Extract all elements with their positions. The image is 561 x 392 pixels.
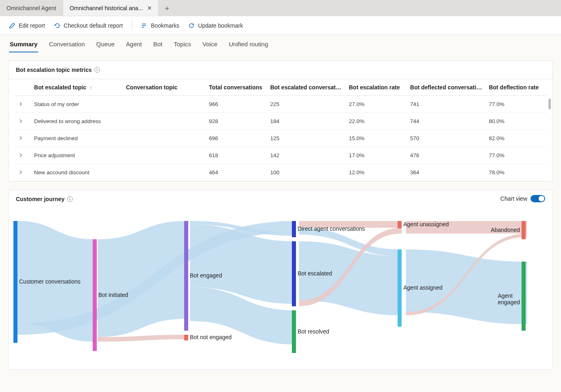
chart-view-toggle: Chart view [500, 195, 545, 202]
cell-deflected: 570 [407, 130, 486, 147]
sankey-node-abandoned[interactable]: Abandoned [522, 221, 526, 239]
sankey-node-bot_initiated[interactable]: Bot initiated [93, 239, 97, 351]
info-icon[interactable]: i [67, 196, 73, 202]
cell-conv [123, 147, 206, 164]
sankey-node-agent_engaged[interactable]: Agent engaged [522, 262, 526, 331]
chevron-right-icon[interactable] [17, 118, 24, 124]
cell-escalated: 100 [267, 164, 346, 181]
cell-deflected: 744 [407, 113, 486, 130]
report-nav: Summary Conversation Queue Agent Bot Top… [0, 35, 561, 52]
sankey-node-label: Bot initiated [98, 292, 128, 298]
bookmarks-label: Bookmarks [151, 22, 179, 29]
chevron-right-icon[interactable] [17, 101, 24, 107]
tab-agent[interactable]: Agent [125, 41, 143, 52]
sankey-node-customer[interactable]: Customer conversations [13, 221, 17, 343]
info-icon[interactable]: i [94, 67, 100, 73]
cell-topic: Status of my order [31, 96, 123, 113]
sankey-node-bot_escalated[interactable]: Bot escalated [292, 241, 296, 306]
cell-escalation-rate: 15.0% [346, 130, 407, 147]
refresh-icon [54, 22, 61, 29]
bookmarks-button[interactable]: Bookmarks [141, 22, 179, 29]
metrics-table: Bot escalated topic ↑ Conversation topic… [14, 79, 547, 181]
sankey-node-label: Agent engaged [498, 292, 520, 305]
col-deflection-rate[interactable]: Bot deflection rate [485, 79, 547, 96]
chevron-right-icon[interactable] [17, 169, 24, 175]
window-tab[interactable]: Omnichannel Agent [0, 0, 63, 16]
sankey-node-agent_assigned[interactable]: Agent assigned [398, 249, 402, 327]
window-tab-label: Omnichannel Agent [7, 5, 56, 11]
new-tab-button[interactable]: ＋ [159, 0, 175, 16]
chevron-right-icon[interactable] [17, 135, 24, 141]
col-escalated[interactable]: Bot escalated conversations [267, 79, 346, 96]
cell-topic: Payment declined [31, 130, 123, 147]
toolbar: Edit report Checkout default report Book… [0, 16, 561, 35]
sankey-node-bot_not_engaged[interactable]: Bot not engaged [184, 335, 188, 340]
tab-summary[interactable]: Summary [9, 41, 38, 52]
tab-topics[interactable]: Topics [173, 41, 192, 52]
cell-escalated: 225 [267, 96, 346, 113]
table-row: Payment declined69612515.0%57082.0% [14, 130, 547, 147]
checkout-report-button[interactable]: Checkout default report [54, 22, 123, 29]
sankey-node-bot_resolved[interactable]: Bot resolved [292, 310, 296, 353]
edit-report-label: Edit report [19, 22, 45, 29]
sankey-node-label: Bot escalated [298, 270, 332, 277]
cell-total: 966 [206, 96, 267, 113]
tab-bot[interactable]: Bot [152, 41, 163, 52]
table-row: Delivered to wrong address92818422.0%744… [14, 113, 547, 130]
sankey-node-bar [184, 335, 188, 340]
sankey-node-direct_agent[interactable]: Direct agent conversations [292, 221, 296, 237]
close-icon[interactable]: ✕ [147, 5, 152, 11]
cell-deflection-rate: 77.0% [485, 147, 547, 164]
col-bot-escalated-topic[interactable]: Bot escalated topic ↑ [31, 79, 123, 96]
sankey-node-bot_engaged[interactable]: Bot engaged [184, 221, 188, 331]
sort-asc-icon: ↑ [89, 85, 92, 91]
table-row: Status of my order96622527.0%74177.0% [14, 96, 547, 113]
window-tab-active[interactable]: Omnichannel historical ana... ✕ [63, 0, 159, 16]
edit-report-button[interactable]: Edit report [9, 22, 45, 29]
window-tab-label: Omnichannel historical ana... [70, 5, 143, 11]
col-escalation-rate[interactable]: Bot escalation rate [346, 79, 407, 96]
sankey-node-bar [292, 221, 296, 237]
checkout-report-label: Checkout default report [64, 22, 123, 29]
update-bookmark-button[interactable]: Update bookmark [188, 22, 243, 29]
sankey-node-bar [292, 310, 296, 353]
report-content: Bot escalation topic metrics i Bot escal… [0, 52, 561, 386]
sankey-node-label: Agent assigned [403, 284, 443, 291]
sankey-node-label: Abandoned [491, 227, 520, 233]
cell-deflected: 476 [407, 147, 486, 164]
metrics-panel-header: Bot escalation topic metrics i [9, 61, 552, 79]
edit-icon [9, 22, 15, 29]
col-conversation-topic[interactable]: Conversation topic [123, 79, 206, 96]
cell-escalation-rate: 22.0% [346, 113, 407, 130]
sankey-node-bar [398, 249, 402, 327]
cell-deflected: 364 [407, 164, 486, 181]
sankey-node-bar [398, 221, 402, 228]
sankey-link[interactable] [98, 221, 186, 337]
update-bookmark-label: Update bookmark [198, 22, 243, 29]
tab-conversation[interactable]: Conversation [48, 41, 85, 52]
cell-conv [123, 164, 206, 181]
tab-voice[interactable]: Voice [202, 41, 218, 52]
sankey-node-agent_unassigned[interactable]: Agent unassigned [398, 221, 402, 228]
chevron-right-icon[interactable] [17, 152, 24, 158]
cell-escalated: 184 [267, 113, 346, 130]
col-total[interactable]: Total conversations [206, 79, 267, 96]
chart-view-label: Chart view [500, 195, 527, 202]
cell-deflected: 741 [407, 96, 486, 113]
chart-view-switch[interactable] [531, 195, 545, 202]
scrollbar-thumb[interactable] [548, 99, 551, 109]
table-row: Price adjustment61814217.0%47677.0% [14, 147, 547, 164]
cell-topic: Price adjustment [31, 147, 123, 164]
sankey-node-label: Direct agent conversations [298, 225, 365, 232]
cell-conv [123, 130, 206, 147]
journey-panel: Customer journey i Chart view Customer c… [8, 190, 553, 370]
sankey-node-bar [13, 221, 17, 343]
col-deflected[interactable]: Bot deflected conversations [407, 79, 486, 96]
cell-deflection-rate: 78.0% [485, 164, 547, 181]
tab-unified-routing[interactable]: Unified routing [228, 41, 269, 52]
tab-queue[interactable]: Queue [96, 41, 115, 52]
cell-topic: Delivered to wrong address [31, 113, 123, 130]
sankey-chart[interactable]: Customer conversationsBot initiatedBot e… [13, 209, 548, 363]
sync-icon [188, 22, 195, 29]
sankey-node-bar [522, 262, 526, 331]
